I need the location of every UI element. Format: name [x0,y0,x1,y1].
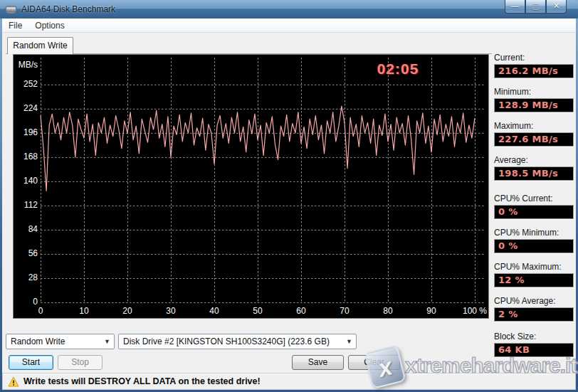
warning-icon [8,376,19,387]
stat-value: 0 % [494,239,574,253]
drive-value: Disk Drive #2 [KINGSTON SH100S3240G] (22… [123,337,330,346]
clear-button[interactable]: Clear [348,355,400,370]
tab-random-write[interactable]: Random Write [7,37,73,54]
status-bar: Write tests will DESTROY ALL DATA on the… [2,373,576,390]
stat-cpu-maximum: CPU% Maximum: 12 % [494,262,574,287]
y-axis-unit-label: MB/s [14,60,38,70]
x-tick-label: 60 [285,306,317,316]
x-tick-label: 80 [372,306,404,316]
y-tick-label: 140 [14,176,38,186]
window-title: AIDA64 Disk Benchmark [21,0,115,18]
x-tick-label: 70 [329,306,360,316]
test-type-select[interactable]: Random Write ▼ [6,334,115,349]
stat-block-size: Block Size: 64 KB [494,332,574,357]
y-tick-label: 168 [14,152,38,161]
stat-cpu-average: CPU% Average: 2 % [494,296,574,322]
y-tick-label: 0 [14,297,38,307]
stat-value: 216.2 MB/s [494,64,574,78]
client-area: Random Write MB/s 2522241961681401128456… [2,33,576,390]
stat-current: Current: 216.2 MB/s [494,53,574,78]
y-tick-label: 252 [14,79,38,89]
chevron-down-icon: ▼ [346,334,352,349]
stat-value: 0 % [494,205,574,219]
x-tick-label: 10 [68,306,100,316]
elapsed-time: 02:05 [365,60,431,78]
status-warning-text: Write tests will DESTROY ALL DATA on the… [23,376,261,386]
x-tick-label: 90 [416,306,447,316]
y-tick-label: 112 [14,200,38,210]
stat-label: CPU% Average: [494,296,574,306]
benchmark-line-chart [14,55,490,319]
stat-value: 198.5 MB/s [494,166,574,181]
y-tick-label: 28 [14,272,38,282]
stat-label: Block Size: [494,332,574,341]
stop-button[interactable]: Stop [58,355,103,370]
app-window: AIDA64 Disk Benchmark — ▢ ✕ File Options… [0,0,578,392]
x-tick-label: 40 [199,306,230,316]
drive-select[interactable]: Disk Drive #2 [KINGSTON SH100S3240G] (22… [118,334,357,349]
stat-value: 128.9 MB/s [494,98,574,112]
stat-cpu-minimum: CPU% Minimum: 0 % [494,228,574,253]
menu-options[interactable]: Options [28,18,70,33]
stat-value: 64 KB [494,343,574,357]
y-tick-label: 84 [14,224,38,234]
start-button[interactable]: Start [9,355,53,370]
x-tick-label: 0 [25,306,56,316]
hard-disk-icon [5,4,17,14]
x-tick-label: 20 [112,306,143,316]
minimize-button[interactable]: — [505,0,525,14]
benchmark-chart: MB/s 2522241961681401128456280 010203040… [13,54,489,319]
test-type-value: Random Write [11,337,65,346]
maximize-button: ▢ [525,0,546,14]
stat-label: Maximum: [494,121,574,131]
stat-label: CPU% Minimum: [494,228,574,238]
titlebar[interactable]: AIDA64 Disk Benchmark — ▢ ✕ [0,0,578,18]
window-controls: — ▢ ✕ [505,0,567,14]
stat-value: 2 % [494,307,574,322]
stat-label: CPU% Maximum: [494,262,574,272]
stat-label: CPU% Current: [494,194,574,203]
y-tick-label: 196 [14,127,38,137]
y-tick-label: 56 [14,248,38,258]
menubar: File Options [2,18,576,33]
stat-maximum: Maximum: 227.6 MB/s [494,121,574,147]
close-button[interactable]: ✕ [546,0,567,14]
stat-label: Current: [494,53,574,63]
x-tick-label: 30 [155,306,186,316]
stat-value: 12 % [494,273,574,287]
stat-label: Minimum: [494,87,574,97]
y-tick-label: 224 [14,103,38,113]
menu-file[interactable]: File [2,18,28,33]
save-button[interactable]: Save [292,355,344,370]
chevron-down-icon: ▼ [104,334,110,349]
stat-minimum: Minimum: 128.9 MB/s [494,87,574,112]
x-tick-label: 50 [242,306,273,316]
stat-value: 227.6 MB/s [494,132,574,147]
stat-cpu-current: CPU% Current: 0 % [494,194,574,219]
stat-label: Average: [494,155,574,165]
stat-average: Average: 198.5 MB/s [494,155,574,181]
x-tick-label: 100 % [459,306,490,316]
